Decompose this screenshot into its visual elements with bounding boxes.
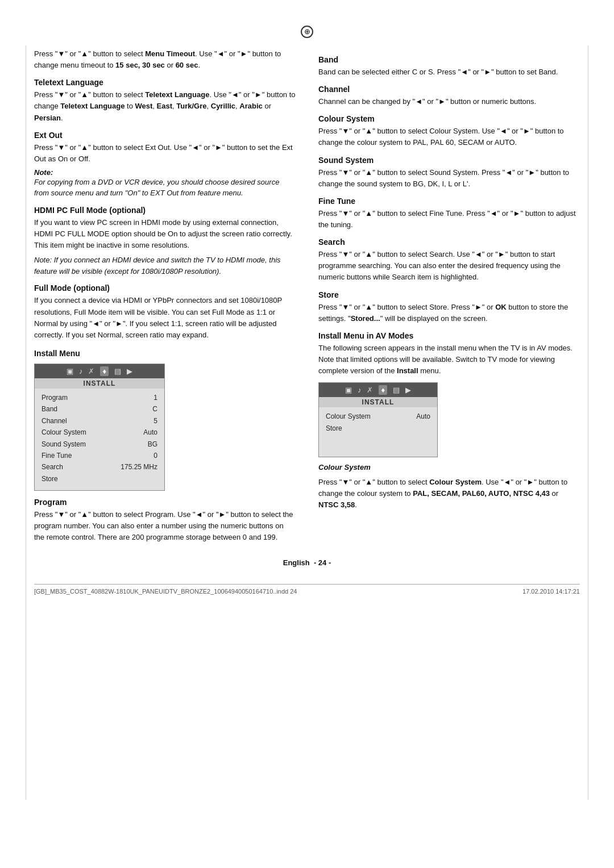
footer: [GB]_MB35_COST_40882W-1810UK_PANEUIDTV_B…: [34, 584, 580, 595]
av-menu-icon-1: ▣: [345, 386, 352, 394]
ext-out-note: Note: For copying from a DVD or VCR devi…: [34, 168, 296, 199]
table-row: Fine Tune 0: [42, 450, 157, 461]
left-column: Press "▼" or "▲" button to select Menu T…: [34, 48, 296, 547]
program-text: Press "▼" or "▲" button to select Progra…: [34, 509, 296, 543]
sound-system-text: Press "▼" or "▲" button to select Sound …: [318, 167, 580, 190]
install-menu-av-title: INSTALL: [319, 397, 437, 407]
sound-system-heading: Sound System: [318, 156, 580, 165]
page-num: - 24 -: [314, 558, 331, 567]
colour-system-av-note: Colour System Press "▼" or "▲" button to…: [318, 462, 580, 511]
teletext-language-heading: Teletext Language: [34, 78, 296, 87]
band-text: Band can be selected either C or S. Pres…: [318, 66, 580, 78]
row-label: Band: [42, 403, 57, 415]
top-compass-icon: ⊕: [34, 23, 580, 38]
menu-icon-4-active: ♦: [100, 366, 109, 376]
fine-tune-heading: Fine Tune: [318, 197, 580, 206]
table-row: Store: [326, 423, 430, 434]
note-label: Note:: [34, 168, 53, 177]
install-menu-title: INSTALL: [35, 378, 164, 389]
row-label: Store: [42, 473, 58, 485]
row-label: Program: [42, 392, 68, 403]
row-value: Auto: [143, 427, 157, 438]
install-menu-av-rows: Colour System Auto Store: [319, 407, 437, 457]
program-heading: Program: [34, 498, 296, 507]
row-value: Auto: [416, 411, 430, 422]
install-menu-av-icons: ▣ ♪ ✗ ♦ ▤ ▶: [319, 383, 437, 397]
row-value: 5: [154, 415, 157, 427]
store-text: Press "▼" or "▲" button to select Store.…: [318, 302, 580, 324]
ext-out-heading: Ext Out: [34, 131, 296, 140]
row-value: C: [152, 403, 157, 415]
menu-icon-3: ✗: [88, 367, 94, 375]
right-column: Band Band can be selected either C or S.…: [318, 48, 580, 547]
table-row: Channel 5: [42, 415, 157, 427]
menu-icon-1: ▣: [67, 367, 73, 375]
ext-out-text: Press "▼" or "▲" button to select Ext Ou…: [34, 142, 296, 165]
two-column-layout: Press "▼" or "▲" button to select Menu T…: [34, 48, 580, 547]
right-margin-line: [588, 45, 588, 800]
row-label: Sound System: [42, 439, 86, 450]
menu-icon-2: ♪: [79, 367, 83, 375]
store-heading: Store: [318, 290, 580, 299]
teletext-language-text: Press "▼" or "▲" button to select Telete…: [34, 89, 296, 123]
hdmi-pc-text: If you want to view PC screen in HDMI mo…: [34, 217, 296, 251]
table-row: Program 1: [42, 392, 157, 403]
fine-tune-text: Press "▼" or "▲" button to select Fine T…: [318, 208, 580, 231]
row-label: Colour System: [326, 411, 371, 422]
row-value: BG: [148, 439, 157, 450]
install-menu-box: ▣ ♪ ✗ ♦ ▤ ▶ INSTALL Program 1 Band C: [34, 364, 165, 491]
channel-text: Channel can be changed by "◄" or "►" but…: [318, 96, 580, 107]
row-label: Channel: [42, 415, 67, 427]
av-menu-icon-5: ▤: [393, 386, 400, 394]
av-menu-icon-3: ✗: [367, 386, 373, 394]
page-label: English: [283, 558, 310, 567]
row-label: Store: [326, 423, 342, 434]
search-text: Press "▼" or "▲" button to select Search…: [318, 249, 580, 283]
hdmi-pc-heading: HDMI PC Full Mode (optional): [34, 206, 296, 215]
table-row: Search 175.25 MHz: [42, 461, 157, 473]
page-number: English - 24 -: [34, 558, 580, 567]
left-margin-line: [26, 45, 26, 800]
table-row: Sound System BG: [42, 439, 157, 450]
row-value: 1: [154, 392, 157, 403]
band-heading: Band: [318, 55, 580, 64]
install-menu-av-box: ▣ ♪ ✗ ♦ ▤ ▶ INSTALL Colour System Auto S…: [318, 382, 438, 457]
install-menu-rows: Program 1 Band C Channel 5 Colour System…: [35, 389, 164, 490]
av-menu-icon-2: ♪: [358, 386, 362, 394]
colour-system-note-text: Press "▼" or "▲" button to select Colour…: [318, 477, 580, 511]
colour-system-note-label: Colour System: [318, 462, 580, 473]
row-value: 0: [154, 450, 157, 461]
row-label: Search: [42, 461, 63, 473]
install-menu-heading: Install Menu: [34, 349, 296, 358]
table-row: Store: [42, 473, 157, 485]
intro-text: Press "▼" or "▲" button to select Menu T…: [34, 48, 296, 71]
table-row: Colour System Auto: [326, 411, 430, 422]
channel-heading: Channel: [318, 85, 580, 94]
full-mode-text: If you connect a device via HDMI or YPbP…: [34, 295, 296, 341]
row-value: 175.25 MHz: [121, 461, 157, 473]
install-menu-av-intro: The following screen appears in the inst…: [318, 343, 580, 377]
note-text: For copying from a DVD or VCR device, yo…: [34, 177, 296, 199]
row-label: Colour System: [42, 427, 86, 438]
install-menu-icons: ▣ ♪ ✗ ♦ ▤ ▶: [35, 364, 164, 378]
av-menu-icon-6: ▶: [405, 386, 411, 394]
row-label: Fine Tune: [42, 450, 72, 461]
colour-system-text: Press "▼" or "▲" button to select Colour…: [318, 126, 580, 148]
footer-right: 17.02.2010 14:17:21: [522, 588, 580, 595]
install-menu-av-heading: Install Menu in AV Modes: [318, 331, 580, 340]
menu-icon-6: ▶: [127, 367, 132, 375]
search-heading: Search: [318, 237, 580, 247]
table-row: Colour System Auto: [42, 427, 157, 438]
table-row: Band C: [42, 403, 157, 415]
av-menu-icon-4-active: ♦: [379, 385, 387, 395]
page-wrapper: ⊕ Press "▼" or "▲" button to select Menu…: [0, 0, 614, 868]
colour-system-heading: Colour System: [318, 114, 580, 123]
menu-icon-5: ▤: [114, 367, 121, 375]
full-mode-heading: Full Mode (optional): [34, 283, 296, 293]
footer-left: [GB]_MB35_COST_40882W-1810UK_PANEUIDTV_B…: [34, 588, 297, 595]
hdmi-pc-note: Note: If you connect an HDMI device and …: [34, 254, 296, 277]
